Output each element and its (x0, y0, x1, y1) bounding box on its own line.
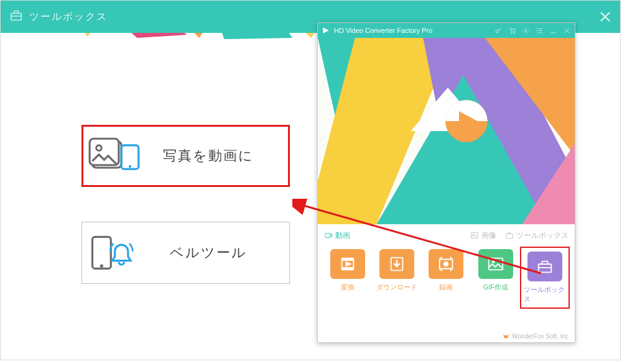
photo-to-video-icon (88, 134, 141, 178)
app-window: HD Video Converter Factory Pro (317, 22, 575, 343)
svg-point-10 (129, 165, 131, 168)
tool-record-label: 録画 (439, 283, 453, 292)
cart-icon[interactable] (508, 26, 516, 35)
section-toolbox[interactable]: ツールボックス (505, 230, 569, 241)
tool-convert-label: 変換 (341, 283, 355, 292)
svg-rect-31 (471, 232, 478, 238)
convert-icon (330, 249, 365, 279)
minimize-button[interactable] (549, 26, 557, 35)
svg-point-19 (536, 30, 537, 30)
app-title: HD Video Converter Factory Pro (334, 27, 432, 34)
section-image[interactable]: 画像 (470, 230, 496, 241)
toolbox-title-icon (9, 9, 23, 25)
tool-record[interactable]: 録画 (424, 249, 468, 306)
key-icon[interactable] (494, 26, 503, 35)
svg-point-17 (524, 29, 526, 31)
app-titlebar: HD Video Converter Factory Pro (318, 23, 575, 38)
tool-row: 変換 ダウンロード 録画 GIF作成 ツールボックス (318, 244, 575, 309)
section-image-label: 画像 (481, 230, 496, 241)
fox-icon (503, 333, 509, 340)
svg-rect-33 (506, 234, 513, 239)
download-icon (379, 249, 414, 279)
app-logo-icon (322, 26, 330, 35)
list-icon[interactable] (535, 26, 544, 35)
toolbox-title: ツールボックス (29, 11, 108, 24)
photo-to-video-label: 写真を動画に (141, 147, 288, 165)
section-video[interactable]: 動画 (324, 230, 350, 241)
svg-marker-37 (346, 262, 351, 266)
bell-tool-label: ベルツール (140, 243, 289, 262)
svg-rect-5 (11, 13, 22, 20)
toolbox-icon (527, 252, 562, 281)
footer-text: WonderFox Soft, Inc (512, 333, 569, 340)
section-tabs: 動画 画像 ツールボックス (318, 227, 575, 244)
section-toolbox-label: ツールボックス (516, 230, 569, 241)
tool-gif[interactable]: GIF作成 (473, 249, 518, 306)
svg-rect-40 (489, 258, 503, 270)
tool-gif-label: GIF作成 (483, 283, 508, 292)
svg-rect-35 (341, 258, 353, 261)
svg-point-18 (536, 28, 537, 29)
close-button[interactable] (598, 9, 613, 24)
tool-download[interactable]: ダウンロード (374, 249, 419, 306)
photo-to-video-option[interactable]: 写真を動画に (81, 125, 290, 187)
svg-point-20 (536, 32, 537, 33)
svg-marker-13 (323, 27, 328, 33)
svg-point-12 (100, 265, 103, 268)
svg-point-16 (513, 32, 514, 34)
svg-rect-36 (341, 268, 353, 270)
tool-download-label: ダウンロード (376, 283, 417, 292)
svg-rect-11 (93, 237, 111, 269)
svg-rect-30 (325, 234, 330, 238)
svg-point-14 (496, 30, 498, 32)
bell-tool-icon (87, 231, 140, 275)
svg-point-41 (492, 260, 494, 263)
close-button[interactable] (562, 26, 571, 35)
section-video-label: 動画 (335, 230, 350, 241)
hero-art (318, 38, 575, 224)
tool-convert[interactable]: 変換 (325, 249, 370, 306)
tool-toolbox-label: ツールボックス (524, 285, 566, 304)
tool-toolbox[interactable]: ツールボックス (522, 249, 567, 306)
bell-tool-option[interactable]: ベルツール (81, 222, 290, 284)
gif-icon (478, 249, 513, 279)
svg-point-39 (444, 262, 449, 266)
gear-icon[interactable] (521, 26, 530, 35)
record-icon (429, 249, 463, 279)
svg-point-15 (511, 32, 512, 34)
footer: WonderFox Soft, Inc (503, 333, 569, 340)
